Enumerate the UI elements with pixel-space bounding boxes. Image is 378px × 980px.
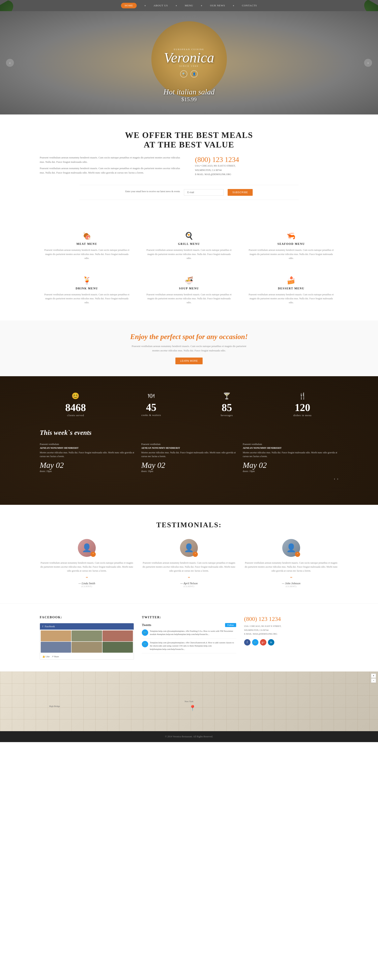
best-meals-body-1: Praesent vestibulum aenean nonummy hendr… <box>40 156 183 164</box>
menu-icon-2: 🦐 <box>248 232 334 240</box>
hero-search-button[interactable]: 🔍 <box>180 70 187 78</box>
testimonials-section: TESTIMONIALS: 👤 " Praesent vestibulum ae… <box>0 505 378 603</box>
testimonial-text-1: Praesent vestibulum aenean nonummy hendr… <box>142 561 236 573</box>
footer-social: FACEBOOK: f Facebook 👍 Like ↗ Share TWIT… <box>0 603 378 671</box>
menu-item-1[interactable]: 🍳 GRILL MENU Praesent vestibulum aenean … <box>142 228 236 264</box>
testimonial-role-2: (CLIENT) <box>244 585 338 587</box>
phone-display: (800) 123 1234 <box>195 156 338 164</box>
address-line2: WILMINGTON, CA 90744 <box>195 168 338 172</box>
menu-item-5[interactable]: 🍰 DESSERT MENU Praesent vestibulum aenea… <box>244 272 338 309</box>
map-zoom-out[interactable]: − <box>371 678 376 682</box>
hero-icon-bar: 🔍 👤 <box>164 70 214 78</box>
testimonial-stars-1: ❛❛ <box>142 576 236 580</box>
menu-desc-4: Praesent vestibulum aenean nonummy hendr… <box>146 293 232 305</box>
event-date-1: May 02 <box>141 460 237 470</box>
event-item-2: Praesent vestibulumAENEAN NONUMMY HENDRE… <box>243 442 338 473</box>
social-facebook-icon[interactable]: f <box>244 639 251 646</box>
hero-user-button[interactable]: 👤 <box>191 70 198 78</box>
menu-desc-3: Praesent vestibulum aenean nonummy hendr… <box>44 293 130 305</box>
twitter-follow-button[interactable]: Follow <box>225 623 236 627</box>
map-pin: 📍 <box>189 705 196 711</box>
menu-icon-1: 🍳 <box>146 232 232 240</box>
subscribe-cta: Enter your email here to receive our lat… <box>125 189 180 193</box>
nav-about[interactable]: ABOUT US <box>154 4 168 7</box>
hero-restaurant-name: Veronica <box>164 51 214 65</box>
social-linkedin-icon[interactable]: in <box>268 639 274 646</box>
events-navigation: ‹ › <box>40 477 338 481</box>
facebook-widget: f Facebook 👍 Like ↗ Share <box>40 623 134 660</box>
stat-item-3: 🍴 120 dishes in menu <box>267 392 338 417</box>
tweets-label: Tweets <box>142 623 151 627</box>
hero-content: EUROPEAN CUISINE Veronica SINCE 1988 🔍 👤 <box>164 48 214 78</box>
nav-menu[interactable]: MENU <box>185 4 193 7</box>
quote-badge-0: " <box>91 552 96 557</box>
stat-item-0: 😊 8468 clients served <box>40 392 111 417</box>
menu-item-3[interactable]: 🍹 DRINK MENU Praesent vestibulum aenean … <box>40 272 134 309</box>
navigation: HOME ABOUT US MENU OUR NEWS CONTACTS <box>0 0 378 11</box>
hero-prev-button[interactable]: ‹ <box>6 59 14 67</box>
fb-image-3 <box>103 630 133 641</box>
tweet-bird-icon-1: 🐦 <box>142 629 148 636</box>
testimonial-text-0: Praesent vestibulum aenean nonummy hendr… <box>40 561 134 573</box>
avatar-wrapper-0: 👤 " <box>78 539 96 557</box>
learn-more-button[interactable]: LEARN MORE <box>175 358 203 364</box>
events-title: This week`s events <box>40 429 338 436</box>
map-label-high-bridge: High Bridge <box>49 705 60 707</box>
nav-dot-1 <box>145 5 146 6</box>
twitter-header: Tweets Follow <box>142 623 236 627</box>
stat-number-3: 120 <box>267 402 338 414</box>
menu-desc-2: Praesent vestibulum aenean nonummy hendr… <box>248 248 334 260</box>
footer-phone-number: 123 1234 <box>259 616 281 622</box>
fb-footer: 👍 Like ↗ Share <box>40 654 134 659</box>
hero-dish-info: Hot italian salad $15.99 <box>164 88 215 103</box>
footer-address: USA • CHICAGO, 901 EAST E STREET, WILMIN… <box>244 624 338 636</box>
best-meals-body-2: Praesent vestibulum aenean nonummy hendr… <box>40 166 183 175</box>
social-twitter-icon[interactable]: 🐦 <box>252 639 259 646</box>
footer-phone-prefix: (800) <box>244 616 257 622</box>
menu-item-4[interactable]: 🍜 SOUP MENU Praesent vestibulum aenean n… <box>142 272 236 309</box>
tweet-bird-icon-2: 🐦 <box>142 641 148 647</box>
nav-dot-2 <box>176 5 177 6</box>
stat-icon-3: 🍴 <box>267 392 338 400</box>
menu-desc-0: Praesent vestibulum aenean nonummy hendr… <box>44 248 130 260</box>
nav-contacts[interactable]: CONTACTS <box>242 4 257 7</box>
footer-bar: © 2014 Veronica Restaurant. All Rights R… <box>0 731 378 742</box>
stat-number-2: 85 <box>191 402 263 414</box>
events-prev[interactable]: ‹ <box>334 477 335 481</box>
stats-section: 😊 8468 clients served 🍽 45 cooks & waite… <box>0 376 378 505</box>
testimonial-name-2: — John Johnson <box>244 582 338 585</box>
address-line1: USA • CHICAGO, 901 EAST E STREET, <box>195 164 338 168</box>
menu-item-0[interactable]: 🍖 MEAT MENU Praesent vestibulum aenean n… <box>40 228 134 264</box>
nav-news[interactable]: OUR NEWS <box>210 4 225 7</box>
event-pretitle-1: Praesent vestibulumAENEAN NONUMMY HENDRE… <box>141 442 237 458</box>
best-meals-section: WE OFFER THE BEST MEALS AT THE BEST VALU… <box>0 115 378 216</box>
nav-home[interactable]: HOME <box>121 3 137 8</box>
avatar-face-1: 👤 <box>184 543 194 552</box>
footer-copyright: © 2014 Veronica Restaurant. All Rights R… <box>165 735 213 738</box>
fb-image-1 <box>41 630 71 641</box>
testimonial-name-0: — Linda Smith <box>40 582 134 585</box>
hero-next-button[interactable]: › <box>364 59 372 67</box>
footer-phone: (800) 123 1234 <box>244 616 338 622</box>
menu-item-2[interactable]: 🦐 SEAFOOD MENU Praesent vestibulum aenea… <box>244 228 338 264</box>
subscribe-button[interactable]: SUBSCRIBE <box>228 189 253 196</box>
best-meals-heading: WE OFFER THE BEST MEALS AT THE BEST VALU… <box>40 130 338 150</box>
social-googleplus-icon[interactable]: g+ <box>260 639 266 646</box>
fb-share[interactable]: ↗ Share <box>52 655 59 658</box>
email-info: E-MAIL: MAIL@DEMOLINK.ORG <box>195 172 338 177</box>
subscribe-input[interactable] <box>184 189 224 196</box>
hero-cuisine-label: EUROPEAN CUISINE <box>164 48 214 51</box>
map-label-new-york: New York <box>184 700 194 703</box>
stat-label-0: clients served <box>67 414 84 417</box>
testimonial-stars-2: ❛❛ <box>244 576 338 580</box>
event-pretitle-2: Praesent vestibulumAENEAN NONUMMY HENDRE… <box>243 442 338 458</box>
stat-item-2: 🍸 85 beverages <box>191 392 263 417</box>
menu-title-2: SEAFOOD MENU <box>248 242 334 246</box>
menu-icon-5: 🍰 <box>248 276 334 285</box>
events-grid: Praesent vestibulumAENEAN NONUMMY HENDRE… <box>40 442 338 473</box>
events-next[interactable]: › <box>337 477 338 481</box>
fb-like[interactable]: 👍 Like <box>42 655 50 658</box>
map-zoom-in[interactable]: + <box>371 673 376 678</box>
event-doors-0: doors: 19pm <box>40 470 135 473</box>
avatar-wrapper-2: 👤 " <box>282 539 300 557</box>
